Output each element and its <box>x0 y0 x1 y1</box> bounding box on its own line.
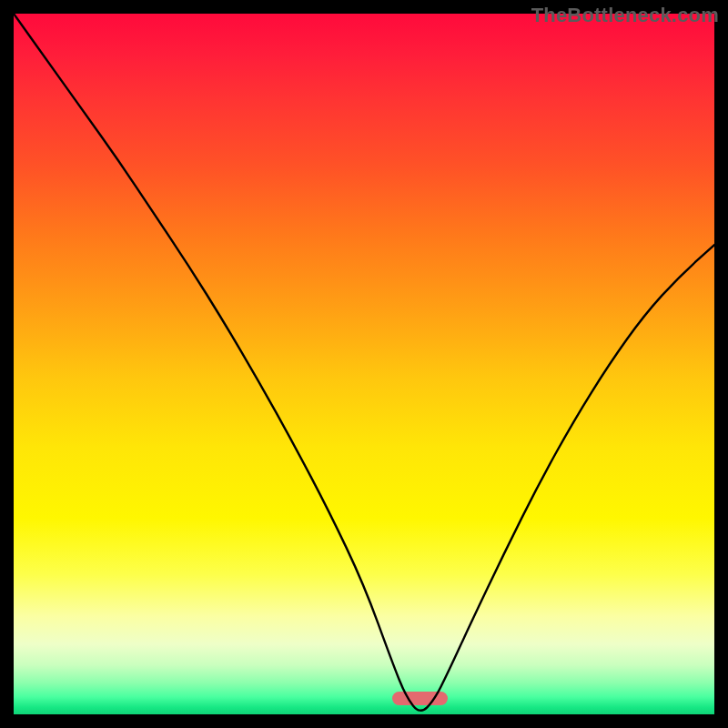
bottleneck-curve <box>14 14 714 714</box>
watermark-text: TheBottleneck.com <box>531 4 719 27</box>
plot-area <box>14 14 714 714</box>
chart-frame: TheBottleneck.com <box>0 0 728 728</box>
